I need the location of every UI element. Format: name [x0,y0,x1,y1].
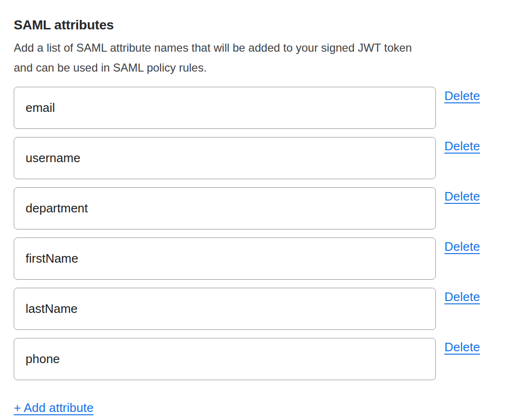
section-description: Add a list of SAML attribute names that … [14,38,486,78]
delete-attribute-link[interactable]: Delete [444,189,480,203]
attribute-rows: Delete Delete Delete Delete Delete Delet… [14,87,486,380]
attribute-row: Delete [14,137,486,179]
delete-attribute-link[interactable]: Delete [444,290,480,304]
section-title: SAML attributes [14,17,486,33]
delete-attribute-link[interactable]: Delete [444,139,480,153]
delete-attribute-link[interactable]: Delete [444,340,480,354]
attribute-row: Delete [14,87,486,129]
section-description-line-2: and can be used in SAML policy rules. [14,58,486,78]
section-description-line-1: Add a list of SAML attribute names that … [14,38,486,58]
attribute-name-input[interactable] [14,87,436,129]
delete-attribute-link[interactable]: Delete [444,89,480,103]
add-attribute-link[interactable]: + Add attribute [14,401,93,415]
attribute-row: Delete [14,237,486,280]
delete-attribute-link[interactable]: Delete [444,239,480,254]
attribute-name-input[interactable] [14,137,436,179]
attribute-row: Delete [14,338,486,380]
attribute-row: Delete [14,288,486,330]
attribute-name-input[interactable] [14,237,436,280]
attribute-name-input[interactable] [14,338,436,380]
attribute-name-input[interactable] [14,187,436,229]
attribute-name-input[interactable] [14,288,436,330]
attribute-row: Delete [14,187,486,229]
saml-attributes-section: SAML attributes Add a list of SAML attri… [0,0,505,420]
